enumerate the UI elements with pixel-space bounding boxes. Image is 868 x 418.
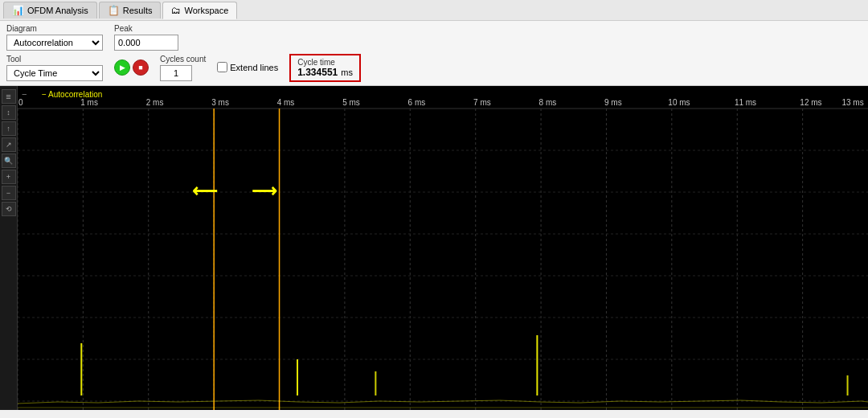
- svg-text:12 ms: 12 ms: [800, 98, 821, 107]
- tab-results-label: Results: [123, 6, 153, 15]
- workspace-icon: 🗂: [171, 5, 181, 16]
- controls-row-2: Tool Cycle Time Markers Zoom ▶ ■ Cycles …: [6, 54, 862, 82]
- cycles-count-input[interactable]: [160, 65, 192, 81]
- toolbar-btn-reset[interactable]: ⟲: [2, 202, 16, 216]
- extend-lines-text: Extend lines: [230, 63, 278, 72]
- svg-text:0: 0: [18, 98, 23, 107]
- chart-container: ≡ ↕ ↑ ↗ 🔍 + − ⟲: [0, 86, 868, 410]
- cycle-time-number: 1.334551: [297, 67, 338, 78]
- tab-results[interactable]: 📋 Results: [99, 2, 162, 18]
- svg-text:1 ms: 1 ms: [80, 98, 98, 107]
- extend-lines-label[interactable]: Extend lines: [217, 62, 278, 72]
- controls-row-1: Diagram Autocorrelation Power Spectrum C…: [6, 24, 862, 51]
- svg-rect-42: [80, 343, 82, 395]
- cycle-time-label: Cycle time: [297, 58, 353, 67]
- tool-label: Tool: [6, 55, 103, 64]
- diagram-group: Diagram Autocorrelation Power Spectrum C…: [6, 24, 103, 51]
- svg-rect-43: [297, 359, 298, 395]
- svg-text:11 ms: 11 ms: [735, 98, 756, 107]
- controls-area: Diagram Autocorrelation Power Spectrum C…: [0, 21, 868, 86]
- cycles-count-group: Cycles count: [160, 55, 206, 81]
- svg-rect-0: [18, 86, 868, 410]
- svg-rect-46: [847, 375, 849, 395]
- peak-input[interactable]: [114, 35, 178, 51]
- svg-text:3 ms: 3 ms: [211, 98, 229, 107]
- tabs-bar: 📊 OFDM Analysis 📋 Results 🗂 Workspace: [0, 0, 868, 21]
- toolbar-btn-zoom[interactable]: 🔍: [2, 154, 16, 168]
- tab-workspace[interactable]: 🗂 Workspace: [162, 2, 237, 19]
- chart-svg: 0 1 ms 2 ms 3 ms 4 ms 5 ms 6 ms 7 ms 8 m…: [18, 86, 868, 410]
- toolbar-btn-diagonal[interactable]: ↗: [2, 137, 16, 152]
- svg-text:5 ms: 5 ms: [342, 98, 360, 107]
- extend-lines-checkbox[interactable]: [217, 62, 227, 72]
- cycle-time-value-row: 1.334551 ms: [297, 67, 353, 78]
- toolbar-btn-menu[interactable]: ≡: [2, 89, 16, 104]
- peak-group: Peak: [114, 24, 178, 51]
- stop-button[interactable]: ■: [133, 59, 149, 76]
- cycles-count-label: Cycles count: [160, 55, 206, 64]
- svg-text:4 ms: 4 ms: [277, 98, 295, 107]
- svg-text:13 ms: 13 ms: [841, 98, 863, 107]
- svg-text:9 ms: 9 ms: [604, 98, 622, 107]
- svg-text:10 ms: 10 ms: [668, 98, 690, 107]
- svg-text:⟶: ⟶: [252, 181, 277, 201]
- tab-ofdm-analysis[interactable]: 📊 OFDM Analysis: [3, 2, 97, 18]
- toolbar-btn-scale[interactable]: ↕: [2, 105, 16, 120]
- svg-text:2 ms: 2 ms: [146, 98, 164, 107]
- cycle-time-box: Cycle time 1.334551 ms: [289, 54, 361, 82]
- results-icon: 📋: [108, 5, 120, 16]
- svg-text:⟵: ⟵: [192, 181, 218, 201]
- chart-main: 0 1 ms 2 ms 3 ms 4 ms 5 ms 6 ms 7 ms 8 m…: [18, 86, 868, 410]
- left-toolbar: ≡ ↕ ↑ ↗ 🔍 + − ⟲: [0, 86, 18, 410]
- svg-text:6 ms: 6 ms: [408, 98, 426, 107]
- ofdm-icon: 📊: [12, 5, 24, 16]
- cycle-time-unit: ms: [341, 68, 353, 77]
- tool-group: Tool Cycle Time Markers Zoom: [6, 55, 103, 81]
- svg-text:8 ms: 8 ms: [539, 98, 557, 107]
- toolbar-btn-zoom-out[interactable]: −: [2, 186, 16, 200]
- toolbar-btn-zoom-in[interactable]: +: [2, 170, 16, 184]
- svg-text:− Autocorrelation: − Autocorrelation: [42, 90, 102, 99]
- play-button[interactable]: ▶: [114, 59, 130, 76]
- tab-workspace-label: Workspace: [184, 6, 228, 15]
- svg-rect-44: [375, 371, 376, 395]
- toolbar-btn-up[interactable]: ↑: [2, 121, 16, 136]
- tool-dropdown[interactable]: Cycle Time Markers Zoom: [6, 65, 103, 81]
- peak-label: Peak: [114, 24, 178, 33]
- tab-ofdm-label: OFDM Analysis: [27, 6, 88, 15]
- svg-text:−: −: [22, 89, 27, 99]
- diagram-label: Diagram: [6, 24, 103, 33]
- svg-text:7 ms: 7 ms: [473, 98, 491, 107]
- svg-rect-45: [536, 335, 538, 395]
- diagram-dropdown[interactable]: Autocorrelation Power Spectrum Coherence: [6, 35, 103, 51]
